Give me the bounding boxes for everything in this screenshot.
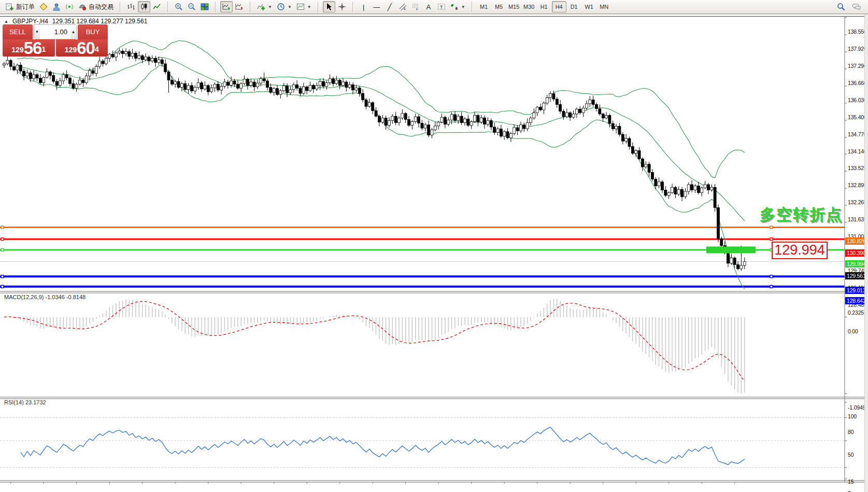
macd-indicator-label: MACD(12,26,9) -1.0346 -0.8148 <box>4 294 86 300</box>
volume-stepper: ▼ ▲ <box>34 24 77 39</box>
bar-chart-mode-button[interactable] <box>125 1 137 12</box>
ohlc-quote-label: 129.351 129.684 129.277 129.561 <box>52 18 148 25</box>
search-button[interactable] <box>835 1 847 12</box>
crosshair-icon <box>338 3 346 11</box>
line-chart-icon <box>153 3 161 11</box>
volume-decrease-button[interactable]: ▼ <box>34 25 40 39</box>
toolbar-separator <box>167 2 168 12</box>
chat-button[interactable] <box>850 1 863 12</box>
timeframe-button-h1[interactable]: H1 <box>537 1 551 12</box>
timeframe-button-m5[interactable]: M5 <box>492 1 506 12</box>
chart-title: ▲ GBPJPY-,H4 129.351 129.684 129.277 129… <box>4 18 147 25</box>
vertical-line-tool-button[interactable]: | <box>358 1 370 12</box>
auto-scroll-icon <box>222 3 231 11</box>
line-chart-mode-button[interactable] <box>151 1 163 12</box>
equidistant-channel-icon: E <box>399 3 407 11</box>
sell-price-pip: 1 <box>41 39 46 59</box>
timeframe-button-m15[interactable]: M15 <box>507 1 521 12</box>
fibonacci-tool-button[interactable]: F <box>409 1 422 12</box>
symbol-period-label: GBPJPY-,H4 <box>12 18 48 25</box>
tile-windows-button[interactable] <box>198 1 211 12</box>
search-icon <box>837 3 845 11</box>
clock-icon <box>277 3 285 11</box>
community-button[interactable] <box>50 1 63 12</box>
auto-trading-button[interactable]: 自动交易 <box>76 1 116 12</box>
sell-price-display[interactable]: 129561 <box>3 39 55 57</box>
candlestick-mode-button[interactable] <box>138 1 150 12</box>
volume-increase-button[interactable]: ▲ <box>70 25 76 39</box>
timeframe-button-m1[interactable]: M1 <box>477 1 491 12</box>
zoom-in-button[interactable] <box>173 1 185 12</box>
metaeditor-button[interactable] <box>37 1 50 12</box>
toolbar-separator <box>318 2 319 12</box>
signals-button[interactable] <box>63 1 76 12</box>
horizontal-line-icon: — <box>373 3 381 11</box>
volume-input[interactable] <box>40 25 70 39</box>
periods-button[interactable]: ▼ <box>275 1 294 12</box>
one-click-trading-panel: SELL ▼ ▲ BUY 129561 129604 <box>3 24 108 57</box>
svg-text:E: E <box>404 7 406 10</box>
text-label-icon: T <box>437 3 446 11</box>
timeframe-toolbar: M1M5M15M30H1H4D1W1MN <box>475 1 613 12</box>
vertical-scrollbar[interactable] <box>864 15 868 492</box>
template-icon <box>296 3 305 11</box>
timeframe-button-w1[interactable]: W1 <box>582 1 596 12</box>
new-order-icon <box>6 3 14 11</box>
metaeditor-icon <box>39 3 48 11</box>
new-order-label: 新订单 <box>16 3 35 11</box>
mt4-application: 新订单 <box>0 0 868 492</box>
toolbar-separator <box>250 2 251 12</box>
auto-trading-label: 自动交易 <box>89 3 113 11</box>
chevron-down-icon: ▼ <box>307 5 311 9</box>
new-order-button[interactable]: 新订单 <box>4 1 37 12</box>
crosshair-tool-button[interactable] <box>336 1 348 12</box>
toolbar-separator <box>352 2 353 12</box>
timeframe-button-mn[interactable]: MN <box>597 1 611 12</box>
turning-point-annotation[interactable]: 多空转折点 <box>760 204 843 226</box>
buy-button[interactable]: BUY <box>78 24 108 39</box>
horizontal-line-tool-button[interactable]: — <box>371 1 383 12</box>
label-tool-button[interactable]: T <box>435 1 448 12</box>
main-toolbar: 新订单 <box>0 0 868 14</box>
buy-price-pip: 4 <box>95 39 99 59</box>
indicators-button[interactable]: ▼ <box>255 1 274 12</box>
indicators-icon <box>257 3 265 11</box>
community-person-icon <box>52 3 61 11</box>
arrows-tool-button[interactable]: ▼ <box>448 1 467 12</box>
sell-price-prefix: 129 <box>11 44 23 56</box>
candlestick-chart-icon <box>140 3 148 11</box>
trendline-tool-button[interactable]: ╱ <box>383 1 396 12</box>
templates-button[interactable]: ▼ <box>294 1 314 12</box>
timeframe-button-h4[interactable]: H4 <box>552 1 566 12</box>
chart-canvas[interactable] <box>0 15 868 492</box>
sell-button[interactable]: SELL <box>3 24 33 39</box>
timeframe-button-m30[interactable]: M30 <box>522 1 536 12</box>
chart-shift-button[interactable] <box>233 1 246 12</box>
text-icon: A <box>424 3 433 11</box>
tile-windows-icon <box>201 3 209 11</box>
vertical-line-icon: | <box>360 3 368 11</box>
chevron-down-icon: ▼ <box>288 5 292 9</box>
buy-price-big: 60 <box>77 40 95 56</box>
chevron-down-icon: ▼ <box>461 5 465 9</box>
collapse-triangle-icon[interactable]: ▲ <box>4 19 8 24</box>
toolbar-separator <box>472 2 473 12</box>
zoom-in-icon <box>175 3 183 11</box>
chevron-down-icon: ▼ <box>268 5 272 9</box>
fibonacci-icon: F <box>411 3 420 11</box>
text-tool-button[interactable]: A <box>422 1 435 12</box>
timeframe-button-d1[interactable]: D1 <box>567 1 581 12</box>
signals-broadcast-icon <box>65 3 74 11</box>
rsi-indicator-label: RSI(14) 23.1732 <box>4 399 46 405</box>
price-callout-box[interactable]: 129.994 <box>772 242 828 259</box>
chart-window: 138.550137.920137.290136.660136.030135.4… <box>0 14 868 492</box>
zoom-out-icon <box>188 3 196 11</box>
buy-price-prefix: 129 <box>65 44 77 56</box>
buy-price-display[interactable]: 129604 <box>56 39 108 57</box>
cursor-tool-button[interactable] <box>323 1 335 12</box>
channel-tool-button[interactable]: E <box>396 1 409 12</box>
sell-price-big: 56 <box>24 40 42 56</box>
auto-trading-icon <box>78 3 87 11</box>
zoom-out-button[interactable] <box>186 1 198 12</box>
auto-scroll-button[interactable] <box>220 1 233 12</box>
